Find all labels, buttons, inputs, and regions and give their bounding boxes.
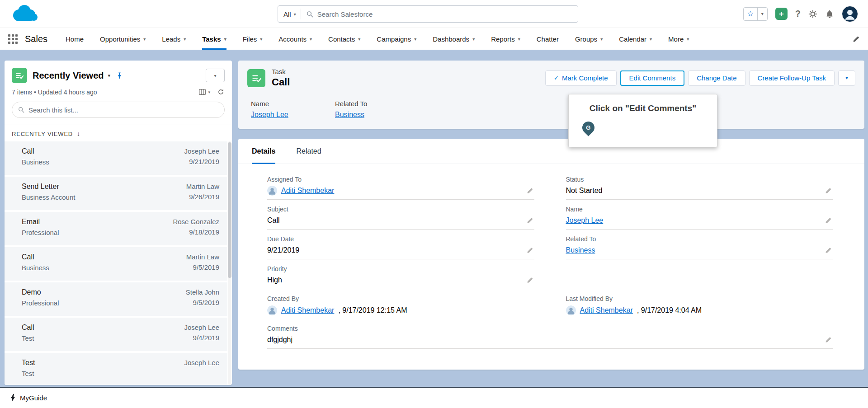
chevron-down-icon: ▾ <box>600 37 603 42</box>
tab-leads[interactable]: Leads▾ <box>162 28 186 50</box>
tab-home[interactable]: Home <box>66 28 84 50</box>
chevron-down-icon: ▾ <box>143 37 146 42</box>
list-search-box <box>12 102 225 118</box>
pin-letter: G <box>586 124 590 131</box>
help-icon[interactable]: ? <box>795 9 801 19</box>
tab-tasks[interactable]: Tasks▾ <box>202 28 226 50</box>
record-tabs: Details Related <box>238 139 864 164</box>
list-item[interactable]: CallBusiness Martin Law9/5/2019 <box>5 247 227 281</box>
highlight-field-related-to: Related To Business <box>335 100 419 119</box>
sort-arrow-icon[interactable]: ↓ <box>77 130 80 137</box>
edit-pencil-icon[interactable] <box>526 187 533 194</box>
tab-files[interactable]: Files▾ <box>243 28 263 50</box>
app-launcher-icon[interactable] <box>8 34 18 44</box>
list-item-date: 9/18/2019 <box>173 228 219 236</box>
tab-contacts[interactable]: Contacts▾ <box>328 28 360 50</box>
list-item[interactable]: EmailProfessional Rose Gonzalez9/18/2019 <box>5 212 227 245</box>
tab-dashboards[interactable]: Dashboards▾ <box>433 28 475 50</box>
list-item-name: Joseph Lee <box>184 147 219 155</box>
list-view-controls-button[interactable]: ▾ <box>206 69 225 82</box>
list-item[interactable]: Send LetterBusiness Account Martin Law9/… <box>5 177 227 210</box>
list-item[interactable]: DemoProfessional Stella John9/5/2019 <box>5 282 227 316</box>
favorites-star-icon[interactable]: ☆ <box>744 8 758 20</box>
search-scope-selector[interactable]: All ▾ <box>283 10 301 18</box>
salesforce-logo[interactable] <box>10 4 39 24</box>
tab-calendar[interactable]: Calendar▾ <box>619 28 652 50</box>
user-avatar[interactable] <box>842 6 858 22</box>
field-due-date: Due Date 9/21/2019 <box>267 235 534 259</box>
global-search-input[interactable] <box>317 10 572 18</box>
list-scrollbar[interactable] <box>228 141 231 385</box>
field-label: Status <box>566 176 833 183</box>
edit-pencil-icon[interactable] <box>825 336 832 343</box>
list-item[interactable]: CallTest Joseph Lee9/4/2019 <box>5 318 227 351</box>
button-label: Create Follow-Up Task <box>758 74 826 82</box>
chevron-down-icon: ▾ <box>414 37 416 42</box>
tab-campaigns[interactable]: Campaigns▾ <box>377 28 416 50</box>
list-item-date: 9/5/2019 <box>186 263 219 271</box>
assigned-to-link[interactable]: Aditi Shembekar <box>281 187 334 195</box>
tab-reports[interactable]: Reports▾ <box>491 28 520 50</box>
list-search-input[interactable] <box>28 106 218 114</box>
tooltip-text: Click on "Edit Comments" <box>576 103 710 113</box>
record-highlights-panel: Task Call ✓Mark Complete Edit Comments C… <box>238 61 864 129</box>
list-items: CallBusiness Joseph Lee9/21/2019 Send Le… <box>5 141 232 385</box>
tab-opportunities[interactable]: Opportunities▾ <box>100 28 146 50</box>
app-navigation: Sales Home Opportunities▾ Leads▾ Tasks▾ … <box>0 28 868 50</box>
tab-label: Groups <box>575 35 597 43</box>
myguide-footer: MyGuide <box>0 387 868 408</box>
edit-pencil-icon[interactable] <box>825 187 832 194</box>
notifications-bell-icon[interactable] <box>825 9 834 19</box>
scrollbar-thumb[interactable] <box>228 142 231 278</box>
tab-accounts[interactable]: Accounts▾ <box>278 28 312 50</box>
tab-related[interactable]: Related <box>296 139 321 164</box>
create-follow-up-task-button[interactable]: Create Follow-Up Task <box>749 70 835 86</box>
record-detail-panel: Details Related Assigned To Aditi Shembe… <box>238 139 864 370</box>
detail-fields: Assigned To Aditi Shembekar Status Not S… <box>238 164 864 355</box>
chevron-down-icon: ▾ <box>687 37 689 42</box>
created-by-timestamp: , 9/17/2019 12:15 AM <box>338 306 407 314</box>
edit-pencil-icon[interactable] <box>825 217 832 224</box>
change-date-button[interactable]: Change Date <box>688 70 745 86</box>
chevron-down-icon: ▾ <box>184 37 186 42</box>
field-label: Related To <box>335 100 406 108</box>
record-actions: ✓Mark Complete Edit Comments Change Date… <box>545 70 855 86</box>
field-label: Assigned To <box>267 176 534 183</box>
list-item[interactable]: TestTest Joseph Lee <box>5 353 227 385</box>
related-to-link[interactable]: Business <box>566 246 595 254</box>
edit-pencil-icon[interactable] <box>526 277 533 284</box>
name-link[interactable]: Joseph Lee <box>251 111 288 119</box>
tab-label: More <box>668 35 684 43</box>
display-settings-icon[interactable]: ▾ <box>198 88 210 96</box>
list-item[interactable]: CallBusiness Joseph Lee9/21/2019 <box>5 141 227 175</box>
list-item-title: Call <box>22 324 34 332</box>
favorites-dropdown-icon[interactable]: ▾ <box>758 8 767 20</box>
header-actions: ☆ ▾ + ? <box>743 6 858 22</box>
edit-pencil-icon[interactable] <box>526 247 533 254</box>
field-status: Status Not Started <box>566 176 833 200</box>
pin-icon[interactable] <box>116 72 123 80</box>
add-icon[interactable]: + <box>775 8 788 20</box>
field-label: Comments <box>267 325 833 332</box>
created-by-link[interactable]: Aditi Shembekar <box>281 306 334 314</box>
refresh-icon[interactable] <box>217 88 225 96</box>
tab-more[interactable]: More▾ <box>668 28 689 50</box>
mark-complete-button[interactable]: ✓Mark Complete <box>545 70 617 86</box>
tab-details[interactable]: Details <box>252 139 275 164</box>
edit-navigation-pencil-icon[interactable] <box>852 35 860 43</box>
list-item-subtitle: Professional <box>22 229 59 236</box>
field-spacer <box>566 265 833 289</box>
list-item-title: Call <box>22 147 49 155</box>
edit-pencil-icon[interactable] <box>825 247 832 254</box>
related-to-link[interactable]: Business <box>335 111 364 119</box>
setup-gear-icon[interactable] <box>808 9 817 19</box>
list-view-selector-chevron-icon[interactable]: ▾ <box>108 73 110 79</box>
field-label: Name <box>251 100 321 108</box>
tab-groups[interactable]: Groups▾ <box>575 28 603 50</box>
edit-pencil-icon[interactable] <box>526 217 533 224</box>
name-link[interactable]: Joseph Lee <box>566 216 604 225</box>
edit-comments-button[interactable]: Edit Comments <box>620 70 685 86</box>
last-modified-by-link[interactable]: Aditi Shembekar <box>580 306 633 314</box>
more-actions-button[interactable]: ▾ <box>838 70 855 86</box>
tab-chatter[interactable]: Chatter <box>537 28 559 50</box>
